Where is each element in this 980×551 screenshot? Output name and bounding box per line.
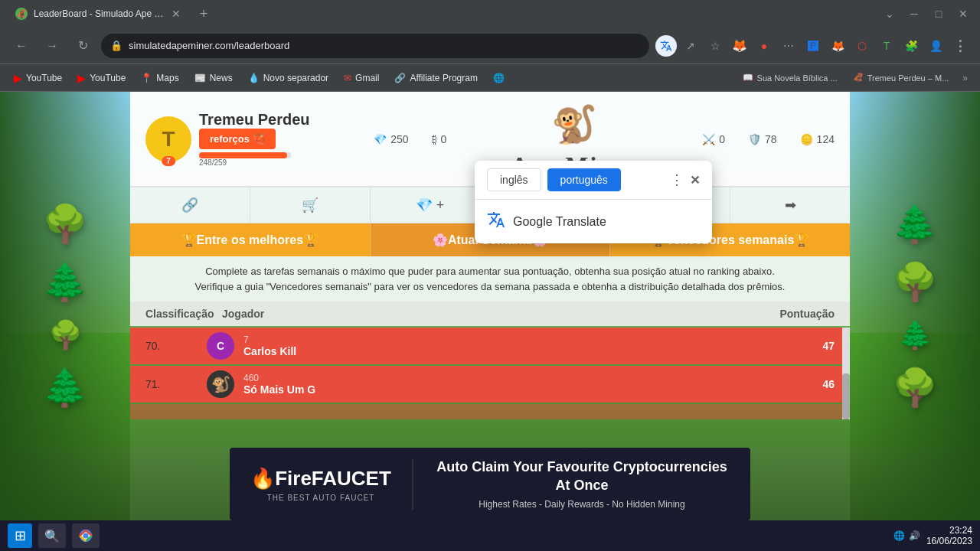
- svg-point-1: [83, 533, 88, 538]
- score-header: Pontuação: [743, 308, 835, 320]
- table-row: 71. 🐒 460 Só Mais Um G 46: [130, 366, 850, 403]
- novo-icon: 💧: [248, 73, 260, 83]
- bookmark-gmail[interactable]: ✉ Gmail: [338, 70, 385, 86]
- player-id-name: 7 Carlos Kill: [243, 334, 296, 357]
- row-id: 7: [243, 334, 296, 345]
- bookmark-maps-label: Maps: [156, 73, 178, 83]
- bookmark-extra[interactable]: 🌐: [487, 70, 511, 86]
- time-display: 23:24: [926, 525, 972, 536]
- profile-button[interactable]: 👤: [925, 35, 946, 57]
- ext-icon-6[interactable]: ⬡: [851, 35, 873, 57]
- start-button[interactable]: ⊞: [8, 523, 32, 548]
- player-avatar-small: 🐒: [207, 370, 234, 398]
- menu-button[interactable]: ⋮: [949, 35, 971, 57]
- lang-to-button[interactable]: português: [547, 168, 621, 191]
- tremeu-label: Tremeu Perdeu – M...: [867, 73, 949, 83]
- scrollbar-thumb[interactable]: [842, 373, 850, 419]
- forest-left: 🌳 🌲 🌳 🌲: [0, 92, 130, 520]
- shields-stat: 🛡️ 78: [748, 133, 777, 145]
- tree-icon: 🌳: [892, 261, 938, 304]
- ext-icon-5[interactable]: 🦊: [827, 35, 848, 57]
- bitcoin-value: 0: [441, 133, 447, 145]
- diamonds-stat: 💎 250: [374, 133, 408, 145]
- ad-banner[interactable]: 🔥FireFAUCET THE BEST AUTO FAUCET Auto Cl…: [230, 448, 750, 520]
- active-tab[interactable]: 🦧 LeaderBoard - Simulado Ape Mi... ✕: [6, 2, 190, 25]
- ext-icon-2[interactable]: ●: [753, 35, 775, 57]
- extensions-button[interactable]: 🧩: [900, 35, 922, 57]
- translate-more-button[interactable]: ⋮: [670, 171, 684, 188]
- forest-right: 🌲 🌳 🌲 🌳: [850, 92, 980, 520]
- progress-bar: [199, 152, 287, 158]
- minimize-button[interactable]: ─: [903, 3, 925, 24]
- extra-icon: 🌐: [493, 73, 505, 83]
- browser-window: 🦧 LeaderBoard - Simulado Ape Mi... ✕ + ⌄…: [0, 0, 980, 520]
- taskbar-left: ⊞ 🔍: [8, 523, 100, 548]
- bookmark-news-label: News: [210, 73, 233, 83]
- taskbar-search-button[interactable]: 🔍: [38, 523, 66, 548]
- bookmarks-more-button[interactable]: »: [958, 70, 972, 86]
- share-icon[interactable]: ↗: [680, 35, 701, 57]
- nav-diamonds[interactable]: 💎 +: [371, 187, 491, 223]
- bitcoin-icon: ₿: [432, 133, 437, 145]
- translate-icon[interactable]: [655, 35, 677, 57]
- star-icon[interactable]: ☆: [704, 35, 726, 57]
- scrollbar[interactable]: [842, 328, 850, 419]
- bookmark-novo[interactable]: 💧 Novo separador: [242, 70, 335, 86]
- swords-value: 0: [719, 133, 725, 145]
- coins-stat: 🪙 124: [800, 133, 835, 145]
- tree-icon: 🌳: [42, 203, 88, 246]
- left-trees: 🌳 🌲 🌳 🌲: [34, 187, 96, 425]
- taskbar-system-icons: 🌐 🔊: [893, 530, 920, 541]
- ext-icon-7[interactable]: T: [876, 35, 897, 57]
- lang-from-button[interactable]: inglês: [487, 168, 541, 191]
- tab-best[interactable]: 🏆Entre os melhores🏆: [130, 223, 371, 256]
- reinforce-button[interactable]: reforços 🏹: [199, 129, 276, 149]
- translate-close-button[interactable]: ✕: [690, 173, 700, 187]
- bookmark-gmail-label: Gmail: [355, 73, 379, 83]
- bookmark-youtube2[interactable]: ▶ YouTube: [71, 69, 132, 87]
- nav-shop[interactable]: 🛒: [250, 187, 371, 223]
- center-stats: 💎 250 ₿ 0: [374, 133, 446, 145]
- expand-icon[interactable]: ⌄: [879, 3, 900, 24]
- nav-link[interactable]: 🔗: [130, 187, 250, 223]
- ext-icon-3[interactable]: ⋯: [778, 35, 799, 57]
- novela-label: Sua Novela Bíblica ...: [757, 73, 838, 83]
- tab-close-button[interactable]: ✕: [172, 8, 181, 20]
- row-score: 46: [743, 378, 835, 390]
- diamond-icon: 💎: [374, 133, 387, 145]
- translate-header: inglês português ⋮ ✕: [475, 161, 712, 200]
- bookmark-news[interactable]: 📰 News: [188, 70, 239, 86]
- maximize-button[interactable]: □: [928, 3, 949, 24]
- reload-button[interactable]: ↻: [70, 34, 95, 58]
- address-bar[interactable]: 🔒 simulatedapeminer.com/leaderboard: [101, 34, 649, 58]
- ext-icon-4[interactable]: 🅿: [802, 35, 824, 57]
- right-stats: ⚔️ 0 🛡️ 78 🪙 124: [702, 133, 835, 145]
- gmail-icon: ✉: [344, 73, 351, 83]
- taskbar-clock: 23:24 16/06/2023: [926, 525, 972, 546]
- player-header: Jogador: [207, 308, 743, 320]
- tree-icon: 🌲: [892, 203, 938, 246]
- taskbar-chrome-icon[interactable]: [72, 523, 100, 548]
- coins-value: 124: [817, 133, 835, 145]
- monkey-avatar: 🐒: [547, 98, 601, 152]
- bookmark-tremeu[interactable]: 🦧 Tremeu Perdeu – M...: [847, 70, 956, 86]
- bookmark-novela[interactable]: 📖 Sua Novela Bíblica ...: [737, 70, 844, 86]
- close-button[interactable]: ✕: [952, 3, 974, 24]
- ad-content: Auto Claim Your Favourite Cryptocurrenci…: [413, 451, 750, 517]
- nav-exit[interactable]: ➡: [730, 187, 850, 223]
- bookmark-affiliate[interactable]: 🔗 Affiliate Program: [388, 70, 483, 86]
- ext-icon-1[interactable]: 🦊: [729, 35, 750, 57]
- new-tab-button[interactable]: +: [193, 3, 214, 24]
- toolbar: ← → ↻ 🔒 simulatedapeminer.com/leaderboar…: [0, 28, 980, 64]
- bookmark-maps[interactable]: 📍 Maps: [135, 70, 185, 86]
- google-translate-icon: [487, 210, 505, 233]
- bitcoin-stat: ₿ 0: [432, 133, 447, 145]
- reinforce-label: reforços 🏹: [210, 133, 265, 145]
- table-row: [130, 404, 850, 419]
- back-button[interactable]: ←: [9, 34, 34, 58]
- progress-text: 248/259: [199, 158, 310, 167]
- forward-button[interactable]: →: [40, 34, 64, 58]
- level-badge: 7: [162, 156, 175, 166]
- bookmark-youtube1[interactable]: ▶ YouTube: [8, 69, 68, 87]
- swords-stat: ⚔️ 0: [702, 133, 725, 145]
